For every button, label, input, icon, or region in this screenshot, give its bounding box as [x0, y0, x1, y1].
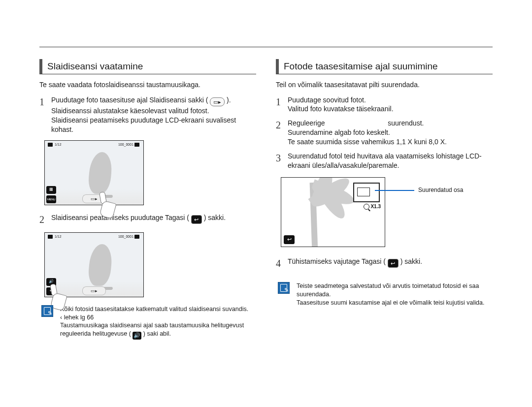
zoom-navigator-box[interactable]	[353, 183, 380, 202]
step-number: 1	[276, 95, 288, 114]
step-2-right: 2 Reguleerige suurendust. Suurendamine a…	[276, 119, 493, 147]
note-block-left: Kõiki fotosid taasesitatakse katkematult…	[39, 305, 256, 340]
section-title-left: Slaidiseansi vaatamine	[39, 59, 256, 74]
note-line: Kõiki fotosid taasesitatakse katkematult…	[60, 305, 254, 313]
step-text-span: suurendust.	[388, 119, 424, 127]
step-body: Slaidiseansi peatamiseks puudutage Tagas…	[51, 213, 256, 226]
note-icon	[278, 282, 290, 294]
volume-icon: 🔊	[133, 332, 141, 340]
step-body: Suurendatud fotol teid huvitava ala vaat…	[288, 152, 493, 170]
screenshot-slideshow-play: 1/12 100_0001 ▦ MENU ▭▸	[44, 140, 144, 205]
step-1-right: 1 Puudutage soovitud fotot. Valitud foto…	[276, 95, 493, 114]
step-text: Puudutage soovitud fotot.	[288, 95, 493, 105]
grid-button[interactable]: ▦	[46, 186, 56, 194]
left-column: Slaidiseansi vaatamine Te saate vaadata …	[30, 59, 266, 407]
callout-label: Suurendatud osa	[418, 186, 463, 194]
step-text: Slaidiseanssi alustatakse käesolevast va…	[51, 106, 256, 116]
header-rule	[39, 47, 493, 47]
step-2-left: 2 Slaidiseansi peatamiseks puudutage Tag…	[39, 213, 256, 226]
step-number: 2	[276, 119, 288, 147]
status-bar: 1/12 100_0001	[45, 142, 143, 148]
note-line: Teiste seadmetega salvestatud või arvuti…	[297, 282, 491, 299]
back-tab-icon: ↩	[388, 259, 399, 268]
step-text: ) sakki.	[400, 257, 422, 265]
back-button[interactable]: ↩	[284, 235, 295, 244]
intro-left: Te saate vaadata fotoslaidiseanssi taust…	[39, 80, 256, 90]
frame-counter: 1/12	[55, 143, 62, 146]
screenshot-slideshow-back: 1/12 100_0001 🔊 ↩ ▭▸	[44, 232, 144, 297]
right-column: Fotode taasesitamise ajal suumimine Teil…	[266, 59, 502, 407]
menu-button[interactable]: MENU	[46, 195, 56, 203]
play-mode-icon	[48, 143, 53, 147]
touch-hand-icon	[96, 195, 115, 218]
section-title-right: Fotode taasesitamise ajal suumimine	[276, 59, 493, 74]
note-ref: ‹ lehek lg 66	[60, 313, 254, 322]
step-text: ).	[227, 96, 231, 104]
zoom-viewport-indicator	[357, 188, 370, 196]
step-number: 3	[276, 152, 288, 170]
magnifier-icon	[364, 204, 369, 210]
back-tab-icon: ↩	[191, 215, 202, 224]
step-body: Reguleerige suurendust. Suurendamine alg…	[288, 119, 493, 147]
step-number: 1	[39, 95, 51, 134]
slideshow-tab[interactable]: ▭▸	[82, 286, 106, 295]
columns: Slaidiseansi vaatamine Te saate vaadata …	[30, 59, 502, 407]
step-text: Reguleerige suurendust.	[288, 119, 493, 128]
step-text-span: Reguleerige	[288, 119, 325, 127]
zoom-magnification: X1.3	[364, 203, 381, 210]
frame-counter: 1/12	[55, 235, 62, 238]
note-text-span: ) saki abil.	[143, 330, 171, 337]
note-block-right: Teiste seadmetega salvestatud või arvuti…	[276, 282, 493, 307]
step-text: Suurendatud fotol teid huvitava ala vaat…	[288, 152, 493, 170]
step-text: Te saate suumida sisse vahemikus 1,1 X k…	[288, 137, 493, 147]
step-text: Valitud foto kuvatakse täisekraanil.	[288, 104, 493, 114]
step-number: 2	[39, 213, 51, 226]
screenshot-zoom: X1.3 ↩ Suurendatud osa	[281, 177, 385, 247]
status-bar: 1/12 100_0001	[45, 234, 143, 240]
step-body: Tühistamiseks vajutage Tagasi ( ↩ ) sakk…	[288, 257, 493, 270]
step-text: ) sakki.	[204, 214, 226, 221]
note-line: Taasesituse suumi kasutamise ajal ei ole…	[297, 299, 491, 307]
status-left: 1/12	[48, 234, 62, 240]
step-text: Puudutage foto taasesituse ajal Slaidise…	[51, 96, 208, 104]
status-right: 100_0001	[118, 142, 140, 148]
intro-right: Teil on võimalik taasesitatavat pilti su…	[276, 80, 493, 90]
step-body: Puudutage soovitud fotot. Valitud foto k…	[288, 95, 493, 114]
status-left: 1/12	[48, 142, 62, 148]
slideshow-tab-icon: ▭▸	[210, 97, 225, 106]
step-4-right: 4 Tühistamiseks vajutage Tagasi ( ↩ ) sa…	[276, 257, 493, 270]
step-3-right: 3 Suurendatud fotol teid huvitava ala va…	[276, 152, 493, 170]
step-text: Suurendamine algab foto keskelt.	[288, 128, 493, 137]
battery-icon	[134, 143, 139, 147]
step-body: Puudutage foto taasesituse ajal Slaidise…	[51, 95, 256, 134]
note-text: Teiste seadmetega salvestatud või arvuti…	[297, 282, 491, 307]
file-number: 100_0001	[118, 143, 133, 146]
note-text: Kõiki fotosid taasesitatakse katkematult…	[60, 305, 254, 340]
play-mode-icon	[48, 235, 53, 239]
note-icon	[41, 305, 53, 317]
zoom-value: X1.3	[370, 203, 381, 210]
manual-page: Slaidiseansi vaatamine Te saate vaadata …	[0, 0, 532, 407]
step-text: Tühistamiseks vajutage Tagasi (	[288, 257, 386, 265]
step-number: 4	[276, 257, 288, 270]
step-text: Slaidiseansi peatamiseks puudutage LCD-e…	[51, 116, 256, 134]
file-number: 100_0001	[118, 235, 133, 238]
callout-line	[375, 190, 414, 191]
step-1-left: 1 Puudutage foto taasesituse ajal Slaidi…	[39, 95, 256, 134]
status-right: 100_0001	[118, 234, 140, 240]
note-line: Taustamuusikaga slaidiseansi ajal saab t…	[60, 321, 254, 339]
battery-icon	[134, 235, 139, 239]
step-text: Slaidiseansi peatamiseks puudutage Tagas…	[51, 214, 189, 221]
left-sidebar: ▦ MENU	[46, 186, 56, 203]
